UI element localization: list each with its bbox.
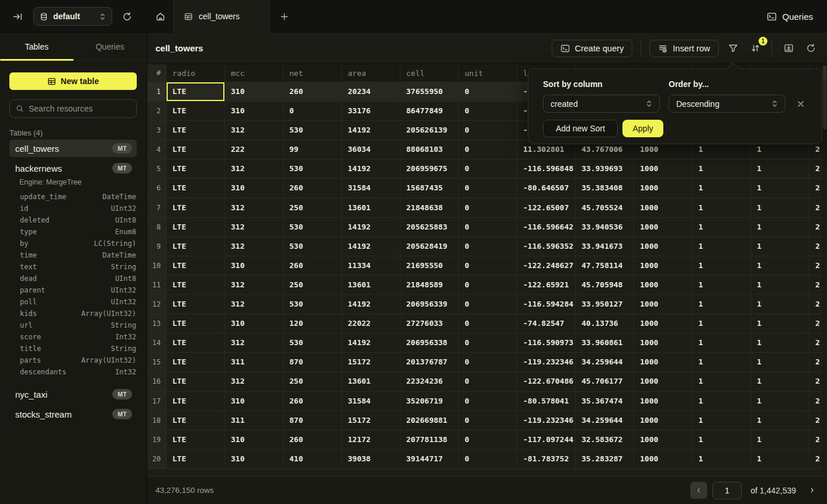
cell[interactable]: 530	[283, 295, 342, 314]
cell[interactable]: 13601	[342, 199, 400, 217]
cell[interactable]: 13601	[342, 372, 400, 391]
cell[interactable]: 222	[225, 140, 283, 159]
cell[interactable]: 310	[225, 430, 283, 449]
search-input[interactable]	[29, 104, 134, 113]
column-header[interactable]: mcc	[225, 64, 283, 82]
cell[interactable]: LTE	[167, 199, 225, 217]
cell[interactable]: 14192	[342, 295, 400, 314]
new-tab-plus-icon[interactable]	[270, 0, 298, 33]
cell[interactable]: 22022	[342, 314, 400, 333]
cell[interactable]: LTE	[167, 392, 225, 411]
cell[interactable]: 1	[751, 256, 809, 275]
cell[interactable]: 260	[283, 82, 342, 101]
cell[interactable]: 0	[459, 218, 517, 237]
cell[interactable]: 1	[751, 218, 809, 237]
cell[interactable]: LTE	[167, 333, 225, 352]
cell[interactable]: 310	[225, 392, 283, 411]
cell[interactable]: 0	[459, 353, 517, 371]
table-row[interactable]: 5LTE312530141922069596750-116.59684833.9…	[147, 159, 827, 179]
cell[interactable]: 1	[751, 411, 809, 430]
cell[interactable]: 21695550	[400, 256, 459, 275]
cell[interactable]: -122.65921	[517, 276, 576, 294]
cell[interactable]: 12172	[342, 430, 400, 449]
cell[interactable]: 312	[225, 199, 283, 217]
cell[interactable]: 34.259644	[576, 353, 634, 371]
cell[interactable]: 1000	[634, 430, 693, 449]
cell[interactable]: 27276033	[400, 314, 459, 333]
cell[interactable]: LTE	[167, 276, 225, 294]
cell[interactable]: 1000	[634, 276, 693, 294]
cell[interactable]: 1000	[634, 450, 693, 468]
sidebar-item-hackernews[interactable]: hackernews MT	[9, 159, 137, 177]
cell[interactable]: 14192	[342, 218, 400, 237]
cell[interactable]: 0	[459, 82, 517, 101]
cell[interactable]: 0	[459, 314, 517, 333]
cell[interactable]: 260	[283, 392, 342, 411]
cell[interactable]: 530	[283, 333, 342, 352]
cell[interactable]: 15172	[342, 353, 400, 371]
cell[interactable]: 312	[225, 159, 283, 178]
cell[interactable]: 1	[693, 237, 751, 256]
table-row[interactable]: 8LTE312530141922056258830-116.59664233.9…	[147, 218, 827, 237]
create-query-button[interactable]: Create query	[552, 40, 633, 57]
database-selector[interactable]: default	[33, 7, 112, 26]
sidebar-item-nyc-taxi[interactable]: nyc_taxi MT	[9, 385, 137, 403]
table-row[interactable]: 15LTE311870151722013767870-119.23234634.…	[147, 353, 827, 372]
cell[interactable]: 14192	[342, 159, 400, 178]
cell[interactable]: 310	[225, 256, 283, 275]
cell[interactable]: -119.232346	[517, 353, 576, 371]
cell[interactable]: -119.232346	[517, 411, 576, 430]
cell[interactable]: LTE	[167, 102, 225, 120]
cell[interactable]: LTE	[167, 159, 225, 178]
cell[interactable]: 312	[225, 372, 283, 391]
cell[interactable]: 312	[225, 333, 283, 352]
cell[interactable]: -74.82547	[517, 314, 576, 333]
cell[interactable]: 1000	[634, 218, 693, 237]
cell[interactable]: 1	[693, 450, 751, 468]
cell[interactable]: 0	[459, 372, 517, 391]
cell[interactable]: 33176	[342, 102, 400, 120]
cell[interactable]: 1000	[634, 199, 693, 217]
cell[interactable]: 0	[459, 140, 517, 159]
cell[interactable]: 311	[225, 411, 283, 430]
cell[interactable]: 260	[283, 179, 342, 197]
cell[interactable]: 86477849	[400, 102, 459, 120]
cell[interactable]: 1	[693, 199, 751, 217]
cell[interactable]: 205626139	[400, 121, 459, 140]
cell[interactable]: LTE	[167, 256, 225, 275]
cell[interactable]: 0	[459, 199, 517, 217]
cell[interactable]: 206959675	[400, 159, 459, 178]
cell[interactable]: 33.940536	[576, 218, 634, 237]
cell[interactable]: 1	[693, 314, 751, 333]
sort-column-select[interactable]: created	[543, 95, 660, 113]
table-row[interactable]: 17LTE31026031584352067190-80.57804135.36…	[147, 392, 827, 411]
cell[interactable]: 530	[283, 218, 342, 237]
cell[interactable]: 22324236	[400, 372, 459, 391]
cell[interactable]: 205625883	[400, 218, 459, 237]
cell[interactable]: 33.941673	[576, 237, 634, 256]
sidebar-tab-queries[interactable]: Queries	[74, 33, 147, 60]
cell[interactable]: 15687435	[400, 179, 459, 197]
cell[interactable]: 410	[283, 450, 342, 468]
cell[interactable]: 88068103	[400, 140, 459, 159]
remove-sort-icon[interactable]	[795, 98, 807, 110]
cell[interactable]: -116.596642	[517, 218, 576, 237]
cell[interactable]: 33.960861	[576, 333, 634, 352]
cell[interactable]: 250	[283, 372, 342, 391]
cell[interactable]: 1	[751, 314, 809, 333]
cell[interactable]: 0	[459, 237, 517, 256]
page-number-input[interactable]	[712, 482, 742, 499]
cell[interactable]: 14192	[342, 333, 400, 352]
cell[interactable]: 250	[283, 199, 342, 217]
cell[interactable]: LTE	[167, 314, 225, 333]
cell[interactable]: 21848638	[400, 199, 459, 217]
table-row[interactable]: 6LTE31026031584156874350-80.64650735.383…	[147, 179, 827, 198]
cell[interactable]: 1	[693, 295, 751, 314]
table-row[interactable]: 19LTE310260121722077811380-117.09724432.…	[147, 430, 827, 450]
cell[interactable]: 1	[751, 353, 809, 371]
cell[interactable]: 33.950127	[576, 295, 634, 314]
cell[interactable]: 310	[225, 450, 283, 468]
insert-row-button[interactable]: Insert row	[649, 40, 719, 57]
cell[interactable]: 250	[283, 276, 342, 294]
cell[interactable]: 206956339	[400, 295, 459, 314]
